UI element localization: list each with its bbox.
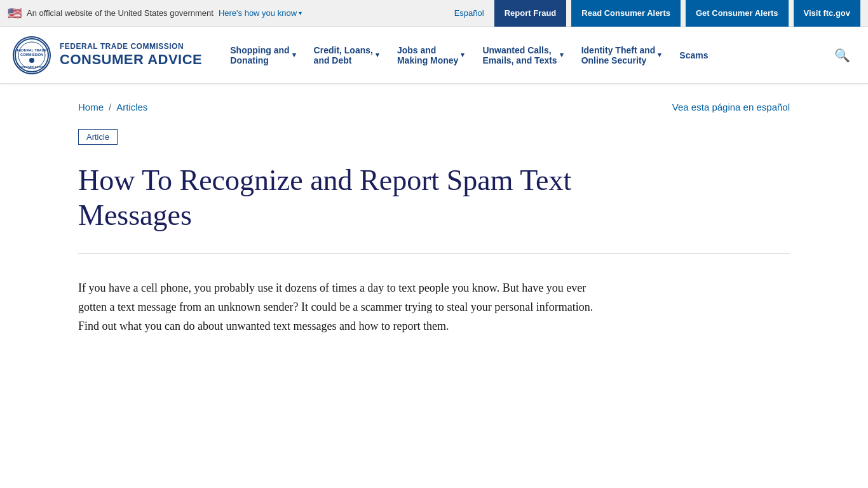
- logo-bottom-text: CONSUMER ADVICE: [60, 51, 202, 68]
- article-body: If you have a cell phone, you probably u…: [78, 279, 599, 336]
- us-flag-icon: 🇺🇸: [8, 6, 22, 20]
- article-badge: Article: [78, 129, 118, 145]
- espanol-link[interactable]: Español: [454, 8, 484, 18]
- nav-item-credit[interactable]: Credit, Loans,and Debt ▾: [305, 27, 388, 84]
- logo-top-text: FEDERAL TRADE COMMISSION: [60, 42, 202, 51]
- nav-label-shopping: Shopping andDonating: [230, 45, 289, 65]
- breadcrumb-row: Home / Articles Vea esta página en españ…: [78, 84, 790, 123]
- nav-label-jobs: Jobs andMaking Money: [397, 45, 458, 65]
- chevron-down-icon: ▾: [299, 10, 302, 17]
- nav-label-identity: Identity Theft andOnline Security: [581, 45, 656, 65]
- site-logo[interactable]: FEDERAL TRADE COMMISSION CONSUMER ADVICE…: [13, 36, 202, 74]
- content-area: Home / Articles Vea esta página en españ…: [53, 84, 815, 336]
- official-text: An official website of the United States…: [27, 8, 214, 18]
- nav-label-unwanted: Unwanted Calls,Emails, and Texts: [482, 45, 557, 65]
- chevron-down-icon: ▾: [560, 51, 564, 59]
- nav-item-identity[interactable]: Identity Theft andOnline Security ▾: [573, 27, 671, 84]
- nav-items: Shopping andDonating ▾ Credit, Loans,and…: [221, 27, 829, 84]
- visit-ftc-button[interactable]: Visit ftc.gov: [794, 0, 860, 27]
- breadcrumb-home-link[interactable]: Home: [78, 102, 104, 112]
- svg-text:COMMISSION: COMMISSION: [20, 53, 43, 57]
- report-fraud-button[interactable]: Report Fraud: [494, 0, 567, 27]
- article-title: How To Recognize and Report Spam Text Me…: [78, 163, 599, 233]
- chevron-down-icon: ▾: [376, 51, 379, 59]
- search-icon: 🔍: [834, 48, 850, 62]
- utility-bar: 🇺🇸 An official website of the United Sta…: [0, 0, 868, 27]
- nav-item-shopping[interactable]: Shopping andDonating ▾: [221, 27, 304, 84]
- breadcrumb-separator: /: [109, 102, 111, 112]
- chevron-down-icon: ▾: [292, 51, 296, 59]
- breadcrumb-articles-link[interactable]: Articles: [116, 102, 147, 112]
- nav-item-scams[interactable]: Scams: [670, 27, 717, 84]
- svg-point-4: [29, 58, 34, 63]
- nav-item-jobs[interactable]: Jobs andMaking Money ▾: [388, 27, 473, 84]
- ftc-seal: FEDERAL TRADE COMMISSION CONSUMER ADVICE: [13, 36, 51, 74]
- get-consumer-alerts-button[interactable]: Get Consumer Alerts: [686, 0, 789, 27]
- utility-bar-left: 🇺🇸 An official website of the United Sta…: [8, 6, 302, 20]
- main-nav: FEDERAL TRADE COMMISSION CONSUMER ADVICE…: [0, 27, 868, 84]
- nav-label-credit: Credit, Loans,and Debt: [314, 45, 373, 65]
- utility-bar-right: Español Report Fraud Read Consumer Alert…: [454, 0, 860, 27]
- article-divider: [78, 253, 790, 254]
- heres-how-label: Here's how you know: [219, 8, 297, 18]
- svg-text:CONSUMER ADVICE: CONSUMER ADVICE: [19, 65, 44, 69]
- read-consumer-alerts-button[interactable]: Read Consumer Alerts: [571, 0, 681, 27]
- nav-label-scams: Scams: [679, 50, 708, 60]
- chevron-down-icon: ▾: [461, 51, 465, 59]
- logo-text: FEDERAL TRADE COMMISSION CONSUMER ADVICE: [60, 42, 202, 68]
- spanish-page-link[interactable]: Vea esta página en español: [672, 102, 790, 112]
- breadcrumb: Home / Articles: [78, 102, 147, 112]
- seal-svg: FEDERAL TRADE COMMISSION CONSUMER ADVICE: [14, 37, 50, 73]
- svg-text:FEDERAL TRADE: FEDERAL TRADE: [17, 48, 47, 52]
- search-button[interactable]: 🔍: [829, 43, 855, 68]
- nav-item-unwanted[interactable]: Unwanted Calls,Emails, and Texts ▾: [473, 27, 572, 84]
- heres-how-link[interactable]: Here's how you know ▾: [219, 8, 302, 18]
- chevron-down-icon: ▾: [658, 51, 661, 59]
